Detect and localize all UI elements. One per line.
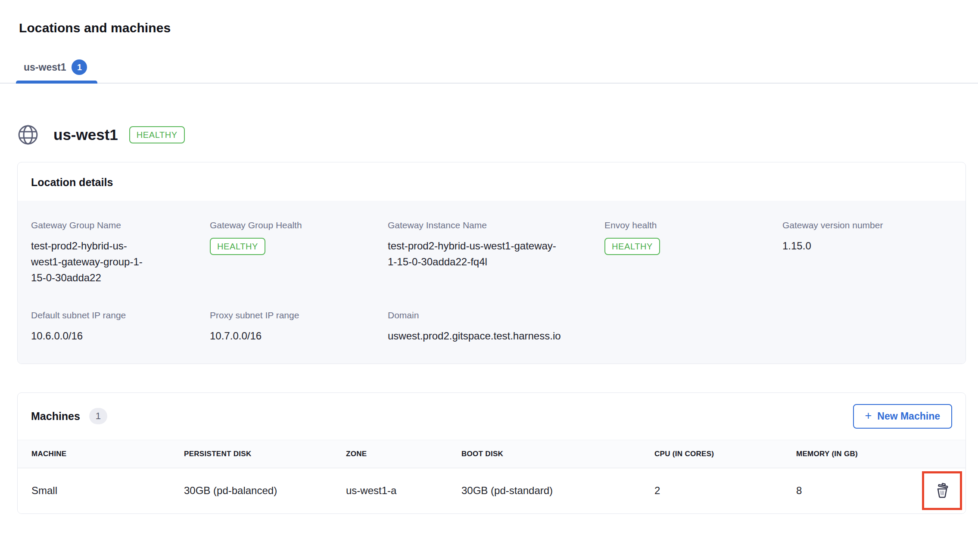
field-label: Default subnet IP range <box>31 310 210 320</box>
envoy-health-badge: HEALTHY <box>604 238 660 255</box>
field-gateway-group-name: Gateway Group Name test-prod2-hybrid-us-… <box>31 220 210 286</box>
col-zone: ZONE <box>346 450 461 458</box>
field-default-subnet: Default subnet IP range 10.6.0.0/16 <box>31 310 210 344</box>
field-value: 1.15.0 <box>782 238 952 254</box>
field-gateway-instance-name: Gateway Instance Name test-prod2-hybrid-… <box>388 220 604 286</box>
cell-machine: Small <box>31 485 184 497</box>
new-machine-label: New Machine <box>877 411 940 422</box>
cell-boot-disk: 30GB (pd-standard) <box>461 485 654 497</box>
field-label: Domain <box>388 310 952 320</box>
machines-title: Machines <box>31 410 80 423</box>
col-boot-disk: BOOT DISK <box>461 450 654 458</box>
location-name: us-west1 <box>53 126 118 143</box>
annotation-highlight-box <box>922 471 962 510</box>
machines-table: MACHINE PERSISTENT DISK ZONE BOOT DISK C… <box>18 440 966 513</box>
machines-card: Machines 1 + New Machine MACHINE PERSIST… <box>17 392 966 514</box>
col-persistent-disk: PERSISTENT DISK <box>184 450 346 458</box>
field-gateway-version: Gateway version number 1.15.0 <box>782 220 952 286</box>
location-details-title: Location details <box>31 176 952 189</box>
field-value: 10.6.0.0/16 <box>31 328 210 344</box>
field-label: Gateway version number <box>782 220 952 230</box>
table-row: Small 30GB (pd-balanced) us-west1-a 30GB… <box>18 468 966 513</box>
field-value: test-prod2-hybrid-us-west1-gateway-group… <box>31 238 156 286</box>
tab-us-west1[interactable]: us-west1 1 <box>16 59 97 83</box>
location-details-header: Location details <box>18 162 966 201</box>
globe-icon <box>17 124 39 146</box>
new-machine-button[interactable]: + New Machine <box>853 404 953 429</box>
field-value: test-prod2-hybrid-us-west1-gateway-1-15-… <box>388 238 560 270</box>
trash-icon <box>933 481 952 500</box>
cell-actions <box>897 471 962 510</box>
cell-memory: 8 <box>796 485 897 497</box>
field-domain: Domain uswest.prod2.gitspace.test.harnes… <box>388 310 952 344</box>
field-label: Proxy subnet IP range <box>210 310 388 320</box>
cell-cpu: 2 <box>654 485 796 497</box>
field-proxy-subnet: Proxy subnet IP range 10.7.0.0/16 <box>210 310 388 344</box>
field-label: Gateway Instance Name <box>388 220 604 230</box>
machines-count-badge: 1 <box>89 408 107 424</box>
location-status-badge: HEALTHY <box>129 126 185 143</box>
tab-label: us-west1 <box>24 62 66 73</box>
field-gateway-group-health: Gateway Group Health HEALTHY <box>210 220 388 286</box>
tab-count-badge: 1 <box>72 59 87 75</box>
location-details-card: Location details Gateway Group Name test… <box>17 162 966 364</box>
col-memory: MEMORY (IN GB) <box>796 450 897 458</box>
page-title: Locations and machines <box>0 0 978 35</box>
col-machine: MACHINE <box>31 450 184 458</box>
cell-zone: us-west1-a <box>346 485 461 497</box>
location-details-fields: Gateway Group Name test-prod2-hybrid-us-… <box>18 201 966 364</box>
field-label: Gateway Group Name <box>31 220 210 230</box>
delete-machine-button[interactable] <box>929 478 955 504</box>
field-value: 10.7.0.0/16 <box>210 328 388 344</box>
cell-persistent-disk: 30GB (pd-balanced) <box>184 485 346 497</box>
field-label: Gateway Group Health <box>210 220 388 230</box>
field-envoy-health: Envoy health HEALTHY <box>604 220 782 286</box>
col-cpu: CPU (IN CORES) <box>654 450 796 458</box>
location-header: us-west1 HEALTHY <box>0 124 978 146</box>
field-label: Envoy health <box>604 220 782 230</box>
field-value: uswest.prod2.gitspace.test.harness.io <box>388 328 952 344</box>
gateway-group-health-badge: HEALTHY <box>210 238 265 255</box>
plus-icon: + <box>865 410 872 422</box>
tabs-bar: us-west1 1 <box>0 59 978 84</box>
table-header-row: MACHINE PERSISTENT DISK ZONE BOOT DISK C… <box>18 440 966 468</box>
machines-header: Machines 1 + New Machine <box>18 393 966 440</box>
